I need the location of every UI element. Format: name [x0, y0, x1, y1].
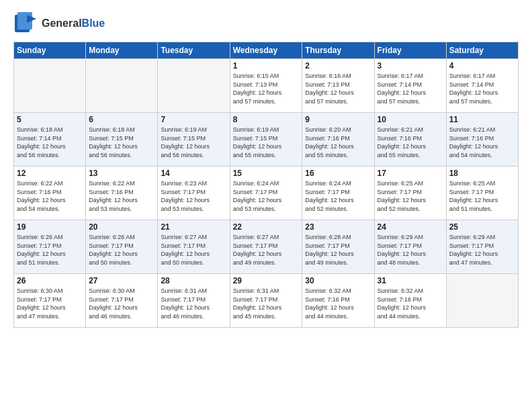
day-info: Sunrise: 6:32 AM Sunset: 7:16 PM Dayligh… — [378, 287, 443, 320]
calendar-cell: 31Sunrise: 6:32 AM Sunset: 7:16 PM Dayli… — [374, 274, 446, 328]
calendar-week-row: 1Sunrise: 6:15 AM Sunset: 7:13 PM Daylig… — [14, 59, 519, 113]
day-info: Sunrise: 6:27 AM Sunset: 7:17 PM Dayligh… — [233, 233, 300, 267]
calendar-cell — [158, 59, 230, 113]
calendar-week-row: 12Sunrise: 6:22 AM Sunset: 7:16 PM Dayli… — [14, 167, 519, 220]
col-header-friday: Friday — [374, 42, 446, 59]
calendar-cell: 16Sunrise: 6:24 AM Sunset: 7:17 PM Dayli… — [302, 167, 374, 220]
calendar-header-row: SundayMondayTuesdayWednesdayThursdayFrid… — [14, 42, 519, 59]
day-info: Sunrise: 6:22 AM Sunset: 7:16 PM Dayligh… — [17, 179, 83, 213]
day-number: 27 — [89, 276, 154, 285]
day-info: Sunrise: 6:23 AM Sunset: 7:17 PM Dayligh… — [161, 179, 226, 213]
day-info: Sunrise: 6:21 AM Sunset: 7:16 PM Dayligh… — [378, 126, 443, 159]
day-info: Sunrise: 6:31 AM Sunset: 7:17 PM Dayligh… — [161, 287, 226, 320]
day-info: Sunrise: 6:26 AM Sunset: 7:17 PM Dayligh… — [89, 233, 154, 267]
day-info: Sunrise: 6:20 AM Sunset: 7:16 PM Dayligh… — [305, 126, 371, 159]
day-number: 2 — [305, 61, 371, 71]
col-header-sunday: Sunday — [14, 42, 86, 59]
day-number: 7 — [161, 115, 226, 124]
logo: GeneralBlue — [13, 11, 105, 36]
calendar-cell — [86, 59, 158, 113]
day-number: 30 — [305, 276, 371, 285]
day-number: 23 — [305, 222, 371, 232]
header: GeneralBlue — [13, 11, 519, 36]
day-number: 9 — [305, 115, 371, 124]
day-info: Sunrise: 6:18 AM Sunset: 7:14 PM Dayligh… — [17, 126, 83, 159]
day-number: 26 — [17, 276, 83, 285]
day-info: Sunrise: 6:19 AM Sunset: 7:15 PM Dayligh… — [233, 126, 300, 159]
day-number: 25 — [449, 222, 515, 232]
day-info: Sunrise: 6:30 AM Sunset: 7:17 PM Dayligh… — [89, 287, 154, 320]
calendar-cell: 12Sunrise: 6:22 AM Sunset: 7:16 PM Dayli… — [14, 167, 86, 220]
calendar-cell: 11Sunrise: 6:21 AM Sunset: 7:16 PM Dayli… — [446, 113, 518, 167]
logo-general: GeneralBlue — [42, 17, 105, 30]
day-info: Sunrise: 6:29 AM Sunset: 7:17 PM Dayligh… — [449, 233, 515, 267]
col-header-thursday: Thursday — [302, 42, 374, 59]
day-info: Sunrise: 6:17 AM Sunset: 7:14 PM Dayligh… — [449, 72, 515, 105]
day-number: 3 — [378, 61, 443, 71]
day-info: Sunrise: 6:18 AM Sunset: 7:15 PM Dayligh… — [89, 126, 154, 159]
calendar-cell: 2Sunrise: 6:16 AM Sunset: 7:13 PM Daylig… — [302, 59, 374, 113]
calendar-cell: 1Sunrise: 6:15 AM Sunset: 7:13 PM Daylig… — [230, 59, 302, 113]
day-info: Sunrise: 6:25 AM Sunset: 7:17 PM Dayligh… — [378, 179, 443, 213]
day-info: Sunrise: 6:24 AM Sunset: 7:17 PM Dayligh… — [305, 179, 371, 213]
calendar-cell: 13Sunrise: 6:22 AM Sunset: 7:16 PM Dayli… — [86, 167, 158, 220]
page: GeneralBlue SundayMondayTuesdayWednesday… — [0, 0, 532, 411]
calendar-cell: 15Sunrise: 6:24 AM Sunset: 7:17 PM Dayli… — [230, 167, 302, 220]
calendar-cell: 22Sunrise: 6:27 AM Sunset: 7:17 PM Dayli… — [230, 220, 302, 274]
calendar-cell: 3Sunrise: 6:17 AM Sunset: 7:14 PM Daylig… — [374, 59, 446, 113]
calendar-cell — [446, 274, 518, 328]
calendar-cell: 20Sunrise: 6:26 AM Sunset: 7:17 PM Dayli… — [86, 220, 158, 274]
col-header-saturday: Saturday — [446, 42, 518, 59]
col-header-wednesday: Wednesday — [230, 42, 302, 59]
day-info: Sunrise: 6:24 AM Sunset: 7:17 PM Dayligh… — [233, 179, 300, 213]
day-number: 16 — [305, 169, 371, 178]
day-info: Sunrise: 6:19 AM Sunset: 7:15 PM Dayligh… — [161, 126, 226, 159]
calendar-cell: 10Sunrise: 6:21 AM Sunset: 7:16 PM Dayli… — [374, 113, 446, 167]
calendar-cell: 6Sunrise: 6:18 AM Sunset: 7:15 PM Daylig… — [86, 113, 158, 167]
calendar-cell: 21Sunrise: 6:27 AM Sunset: 7:17 PM Dayli… — [158, 220, 230, 274]
day-info: Sunrise: 6:32 AM Sunset: 7:16 PM Dayligh… — [305, 287, 371, 320]
calendar-cell: 4Sunrise: 6:17 AM Sunset: 7:14 PM Daylig… — [446, 59, 518, 113]
day-number: 6 — [89, 115, 154, 124]
day-number: 28 — [161, 276, 226, 285]
day-number: 29 — [233, 276, 300, 285]
calendar-week-row: 26Sunrise: 6:30 AM Sunset: 7:17 PM Dayli… — [14, 274, 519, 328]
day-info: Sunrise: 6:31 AM Sunset: 7:17 PM Dayligh… — [233, 287, 300, 320]
calendar: SundayMondayTuesdayWednesdayThursdayFrid… — [13, 42, 519, 328]
day-number: 22 — [233, 222, 300, 232]
calendar-cell: 26Sunrise: 6:30 AM Sunset: 7:17 PM Dayli… — [14, 274, 86, 328]
day-info: Sunrise: 6:17 AM Sunset: 7:14 PM Dayligh… — [378, 72, 443, 105]
logo-icon — [13, 11, 39, 36]
day-info: Sunrise: 6:16 AM Sunset: 7:13 PM Dayligh… — [305, 72, 371, 105]
day-number: 18 — [449, 169, 515, 178]
day-number: 10 — [378, 115, 443, 124]
calendar-week-row: 5Sunrise: 6:18 AM Sunset: 7:14 PM Daylig… — [14, 113, 519, 167]
calendar-cell: 18Sunrise: 6:25 AM Sunset: 7:17 PM Dayli… — [446, 167, 518, 220]
calendar-cell: 9Sunrise: 6:20 AM Sunset: 7:16 PM Daylig… — [302, 113, 374, 167]
calendar-cell: 24Sunrise: 6:29 AM Sunset: 7:17 PM Dayli… — [374, 220, 446, 274]
calendar-cell: 7Sunrise: 6:19 AM Sunset: 7:15 PM Daylig… — [158, 113, 230, 167]
day-info: Sunrise: 6:25 AM Sunset: 7:17 PM Dayligh… — [449, 179, 515, 213]
day-info: Sunrise: 6:15 AM Sunset: 7:13 PM Dayligh… — [233, 72, 300, 105]
day-number: 13 — [89, 169, 154, 178]
calendar-cell: 19Sunrise: 6:26 AM Sunset: 7:17 PM Dayli… — [14, 220, 86, 274]
day-number: 14 — [161, 169, 226, 178]
day-number: 4 — [449, 61, 515, 71]
day-info: Sunrise: 6:28 AM Sunset: 7:17 PM Dayligh… — [305, 233, 371, 267]
day-number: 31 — [378, 276, 443, 285]
calendar-cell: 8Sunrise: 6:19 AM Sunset: 7:15 PM Daylig… — [230, 113, 302, 167]
day-number: 15 — [233, 169, 300, 178]
day-info: Sunrise: 6:26 AM Sunset: 7:17 PM Dayligh… — [17, 233, 83, 267]
day-number: 24 — [378, 222, 443, 232]
day-info: Sunrise: 6:22 AM Sunset: 7:16 PM Dayligh… — [89, 179, 154, 213]
calendar-cell: 14Sunrise: 6:23 AM Sunset: 7:17 PM Dayli… — [158, 167, 230, 220]
day-number: 20 — [89, 222, 154, 232]
day-info: Sunrise: 6:29 AM Sunset: 7:17 PM Dayligh… — [378, 233, 443, 267]
day-number: 12 — [17, 169, 83, 178]
calendar-cell: 30Sunrise: 6:32 AM Sunset: 7:16 PM Dayli… — [302, 274, 374, 328]
col-header-tuesday: Tuesday — [158, 42, 230, 59]
calendar-cell: 27Sunrise: 6:30 AM Sunset: 7:17 PM Dayli… — [86, 274, 158, 328]
calendar-cell: 17Sunrise: 6:25 AM Sunset: 7:17 PM Dayli… — [374, 167, 446, 220]
calendar-cell: 25Sunrise: 6:29 AM Sunset: 7:17 PM Dayli… — [446, 220, 518, 274]
calendar-week-row: 19Sunrise: 6:26 AM Sunset: 7:17 PM Dayli… — [14, 220, 519, 274]
